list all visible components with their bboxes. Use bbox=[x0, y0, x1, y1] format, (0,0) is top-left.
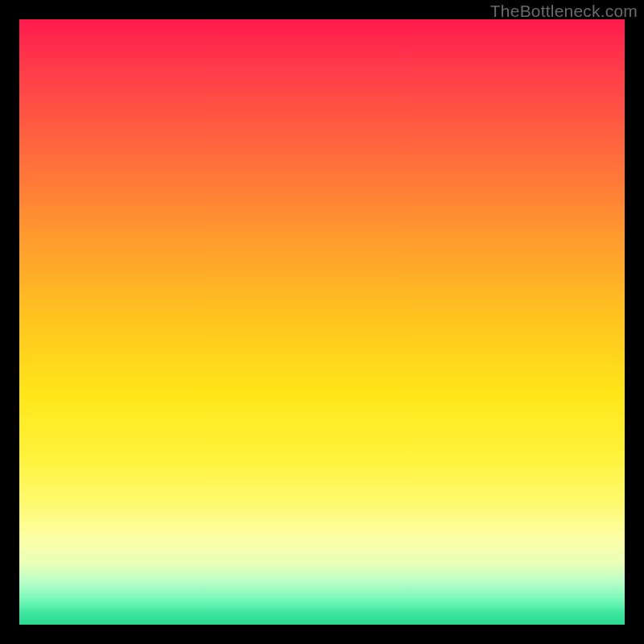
background-gradient bbox=[19, 19, 625, 625]
chart-frame: TheBottleneck.com bbox=[0, 0, 644, 644]
watermark-text: TheBottleneck.com bbox=[490, 2, 638, 21]
plot-area bbox=[19, 19, 625, 625]
